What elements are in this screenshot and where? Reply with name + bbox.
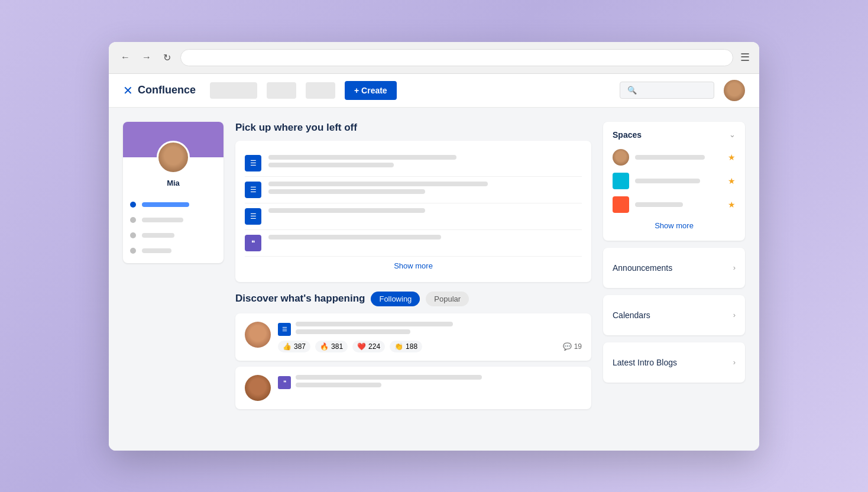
- back-button[interactable]: ←: [118, 50, 132, 65]
- nav-bar-placeholder-3: [142, 248, 171, 253]
- latest-intro-blogs-card[interactable]: Latest Intro Blogs ›: [603, 342, 745, 383]
- line-placeholder: [296, 322, 453, 326]
- announcements-chevron-icon: ›: [733, 263, 736, 272]
- profile-name: Mia: [123, 179, 224, 195]
- create-button[interactable]: + Create: [345, 81, 397, 100]
- latest-intro-blogs-chevron-icon: ›: [733, 358, 736, 367]
- reload-button[interactable]: ↻: [161, 50, 173, 66]
- popular-tab[interactable]: Popular: [426, 292, 469, 306]
- space-icon-1: [613, 149, 629, 166]
- calendars-card[interactable]: Calendars ›: [603, 295, 745, 335]
- space-star-2[interactable]: ★: [728, 176, 736, 186]
- space-star-1[interactable]: ★: [728, 153, 736, 162]
- profile-nav: [123, 195, 224, 263]
- reaction-clap[interactable]: 👏 188: [390, 341, 422, 352]
- calendars-item: Calendars ›: [613, 303, 736, 327]
- space-star-3[interactable]: ★: [728, 200, 736, 209]
- line-placeholder: [268, 235, 441, 239]
- nav-item-1[interactable]: [210, 82, 257, 99]
- feed-post-2-content: ❝: [278, 375, 582, 401]
- announcements-card[interactable]: Announcements ›: [603, 248, 745, 288]
- spaces-chevron-icon: ⌄: [729, 130, 736, 139]
- space-icon-2: [613, 173, 629, 189]
- app-title: Confluence: [138, 84, 196, 96]
- reaction-fire[interactable]: 🔥 381: [315, 341, 348, 352]
- app-header: ✕ Confluence + Create 🔍: [109, 74, 759, 108]
- latest-intro-blogs-title: Latest Intro Blogs: [613, 358, 677, 367]
- pick-up-title: Pick up where you left off: [235, 122, 591, 134]
- reaction-heart[interactable]: ❤️ 224: [352, 341, 385, 352]
- feed-post-2-lines: [296, 375, 582, 387]
- space-item-1[interactable]: ★: [613, 145, 736, 169]
- nav-item-3[interactable]: [306, 82, 335, 99]
- reaction-thumbs-up[interactable]: 👍 387: [278, 341, 310, 352]
- recent-item-icon-3: ☰: [245, 208, 261, 225]
- profile-nav-item-4[interactable]: [123, 243, 224, 258]
- url-bar[interactable]: [180, 49, 733, 66]
- recent-item-icon-1: ☰: [245, 155, 261, 171]
- nav-item-2[interactable]: [267, 82, 296, 99]
- space-icon-3: [613, 196, 629, 213]
- right-sidebar: Spaces ⌄ ★ ★: [603, 122, 745, 436]
- line-placeholder: [296, 329, 410, 334]
- recent-items-card: ☰ ☰ ☰: [235, 141, 591, 282]
- nav-dot-inactive-3: [130, 248, 136, 254]
- recent-item-lines-4: [268, 235, 582, 239]
- line-placeholder: [268, 189, 425, 194]
- space-item-2[interactable]: ★: [613, 169, 736, 193]
- profile-nav-item-1[interactable]: [123, 197, 224, 212]
- recent-item-lines-2: [268, 182, 582, 194]
- recent-item-2: ☰: [245, 177, 582, 203]
- confluence-logo-icon: ✕: [123, 83, 133, 98]
- space-text-1: [635, 155, 722, 160]
- nav-dot-inactive-2: [130, 232, 136, 238]
- spaces-card: Spaces ⌄ ★ ★: [603, 122, 745, 241]
- forward-button[interactable]: →: [140, 50, 154, 65]
- left-sidebar: Mia: [123, 122, 224, 436]
- line-placeholder: [268, 163, 394, 167]
- line-placeholder: [296, 375, 482, 380]
- space-text-2: [635, 179, 722, 183]
- discover-title: Discover what's happening: [235, 293, 365, 305]
- recent-item-lines-1: [268, 155, 582, 167]
- discover-header: Discover what's happening Following Popu…: [235, 292, 591, 306]
- nav-dot-inactive-1: [130, 217, 136, 223]
- spaces-title: Spaces: [613, 130, 642, 140]
- search-icon: 🔍: [627, 86, 637, 95]
- fire-emoji: 🔥: [320, 342, 329, 351]
- profile-nav-item-3[interactable]: [123, 228, 224, 243]
- space-text-3: [635, 202, 722, 207]
- clap-count: 188: [406, 342, 417, 351]
- feed-post-2: ❝: [235, 367, 591, 409]
- profile-card: Mia: [123, 122, 224, 263]
- center-column: Pick up where you left off ☰ ☰: [235, 122, 591, 436]
- feed-post-1-content: ☰ 👍 387 🔥: [278, 322, 582, 352]
- nav-bar-placeholder-2: [142, 233, 174, 238]
- nav-bar-active: [142, 202, 189, 207]
- feed-post-1-reactions: 👍 387 🔥 381 ❤️ 224: [278, 341, 582, 352]
- search-bar[interactable]: 🔍: [620, 82, 714, 99]
- feed-post-1-avatar[interactable]: [245, 322, 271, 348]
- profile-avatar[interactable]: [157, 141, 190, 174]
- thumbs-up-emoji: 👍: [283, 342, 292, 351]
- profile-nav-item-2[interactable]: [123, 212, 224, 228]
- thumbs-up-count: 387: [294, 342, 306, 351]
- announcements-title: Announcements: [613, 263, 672, 273]
- pick-up-show-more[interactable]: Show more: [245, 257, 582, 273]
- spaces-card-header: Spaces ⌄: [613, 130, 736, 140]
- feed-post-2-icon: ❝: [278, 376, 291, 389]
- latest-intro-blogs-item: Latest Intro Blogs ›: [613, 351, 736, 374]
- browser-menu-button[interactable]: ☰: [740, 51, 750, 64]
- comment-badge[interactable]: 💬 19: [563, 342, 582, 351]
- user-avatar-header[interactable]: [724, 80, 745, 101]
- announcements-item: Announcements ›: [613, 256, 736, 280]
- line-placeholder: [268, 208, 425, 213]
- spaces-show-more[interactable]: Show more: [613, 216, 736, 232]
- space-item-3[interactable]: ★: [613, 193, 736, 216]
- following-tab[interactable]: Following: [371, 292, 420, 306]
- feed-post-2-avatar[interactable]: [245, 375, 271, 401]
- recent-item-1: ☰: [245, 150, 582, 177]
- feed-post-1-lines: [296, 322, 582, 334]
- feed-post-1-icon: ☰: [278, 323, 291, 336]
- space-text-bar-1: [635, 155, 705, 160]
